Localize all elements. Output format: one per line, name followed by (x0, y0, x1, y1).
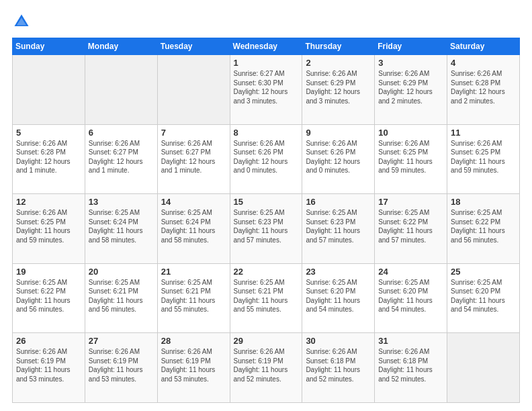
day-info: Sunrise: 6:26 AM Sunset: 6:18 PM Dayligh… (378, 347, 443, 383)
day-info: Sunrise: 6:26 AM Sunset: 6:27 PM Dayligh… (161, 139, 226, 175)
day-info: Sunrise: 6:25 AM Sunset: 6:21 PM Dayligh… (89, 278, 154, 314)
day-info: Sunrise: 6:26 AM Sunset: 6:29 PM Dayligh… (378, 69, 443, 105)
day-info: Sunrise: 6:25 AM Sunset: 6:22 PM Dayligh… (16, 278, 81, 314)
day-number: 18 (451, 197, 516, 207)
day-info: Sunrise: 6:25 AM Sunset: 6:20 PM Dayligh… (378, 278, 443, 314)
weekday-header-row: SundayMondayTuesdayWednesdayThursdayFrid… (13, 38, 520, 55)
day-number: 9 (306, 128, 371, 138)
calendar-cell: 20Sunrise: 6:25 AM Sunset: 6:21 PM Dayli… (85, 263, 157, 333)
calendar-cell: 12Sunrise: 6:26 AM Sunset: 6:25 PM Dayli… (13, 194, 85, 264)
day-info: Sunrise: 6:25 AM Sunset: 6:22 PM Dayligh… (451, 208, 516, 244)
calendar-cell: 29Sunrise: 6:26 AM Sunset: 6:19 PM Dayli… (230, 333, 302, 403)
calendar-cell: 2Sunrise: 6:26 AM Sunset: 6:29 PM Daylig… (302, 55, 375, 125)
day-info: Sunrise: 6:25 AM Sunset: 6:24 PM Dayligh… (89, 208, 154, 244)
day-number: 3 (378, 58, 443, 68)
calendar-cell: 23Sunrise: 6:25 AM Sunset: 6:20 PM Dayli… (302, 263, 375, 333)
day-info: Sunrise: 6:25 AM Sunset: 6:20 PM Dayligh… (451, 278, 516, 314)
calendar-cell: 3Sunrise: 6:26 AM Sunset: 6:29 PM Daylig… (375, 55, 447, 125)
day-info: Sunrise: 6:27 AM Sunset: 6:30 PM Dayligh… (234, 69, 299, 105)
calendar-table: SundayMondayTuesdayWednesdayThursdayFrid… (12, 38, 520, 403)
day-number: 28 (161, 336, 226, 346)
week-row-3: 12Sunrise: 6:26 AM Sunset: 6:25 PM Dayli… (13, 194, 520, 264)
week-row-2: 5Sunrise: 6:26 AM Sunset: 6:28 PM Daylig… (13, 124, 520, 194)
calendar-cell: 7Sunrise: 6:26 AM Sunset: 6:27 PM Daylig… (157, 124, 230, 194)
calendar-cell (447, 333, 520, 403)
day-number: 15 (234, 197, 299, 207)
day-info: Sunrise: 6:26 AM Sunset: 6:19 PM Dayligh… (89, 347, 154, 383)
calendar-cell: 4Sunrise: 6:26 AM Sunset: 6:28 PM Daylig… (447, 55, 520, 125)
day-info: Sunrise: 6:25 AM Sunset: 6:24 PM Dayligh… (161, 208, 226, 244)
weekday-sunday: Sunday (13, 38, 85, 55)
day-number: 19 (16, 267, 81, 277)
day-number: 6 (89, 128, 154, 138)
day-number: 29 (234, 336, 299, 346)
day-info: Sunrise: 6:26 AM Sunset: 6:28 PM Dayligh… (451, 69, 516, 105)
page: SundayMondayTuesdayWednesdayThursdayFrid… (0, 0, 532, 411)
week-row-5: 26Sunrise: 6:26 AM Sunset: 6:19 PM Dayli… (13, 333, 520, 403)
day-info: Sunrise: 6:26 AM Sunset: 6:19 PM Dayligh… (16, 347, 81, 383)
calendar-cell: 5Sunrise: 6:26 AM Sunset: 6:28 PM Daylig… (13, 124, 85, 194)
calendar-cell: 25Sunrise: 6:25 AM Sunset: 6:20 PM Dayli… (447, 263, 520, 333)
calendar-cell: 14Sunrise: 6:25 AM Sunset: 6:24 PM Dayli… (157, 194, 230, 264)
day-info: Sunrise: 6:25 AM Sunset: 6:22 PM Dayligh… (378, 208, 443, 244)
calendar-cell (85, 55, 157, 125)
day-number: 21 (161, 267, 226, 277)
calendar-cell: 9Sunrise: 6:26 AM Sunset: 6:26 PM Daylig… (302, 124, 375, 194)
day-number: 14 (161, 197, 226, 207)
week-row-1: 1Sunrise: 6:27 AM Sunset: 6:30 PM Daylig… (13, 55, 520, 125)
day-number: 24 (378, 267, 443, 277)
day-info: Sunrise: 6:26 AM Sunset: 6:25 PM Dayligh… (16, 208, 81, 244)
calendar-cell: 27Sunrise: 6:26 AM Sunset: 6:19 PM Dayli… (85, 333, 157, 403)
day-number: 13 (89, 197, 154, 207)
day-number: 4 (451, 58, 516, 68)
weekday-wednesday: Wednesday (230, 38, 302, 55)
calendar-cell: 6Sunrise: 6:26 AM Sunset: 6:27 PM Daylig… (85, 124, 157, 194)
calendar-cell: 28Sunrise: 6:26 AM Sunset: 6:19 PM Dayli… (157, 333, 230, 403)
calendar-cell: 8Sunrise: 6:26 AM Sunset: 6:26 PM Daylig… (230, 124, 302, 194)
calendar-cell: 1Sunrise: 6:27 AM Sunset: 6:30 PM Daylig… (230, 55, 302, 125)
calendar-cell: 13Sunrise: 6:25 AM Sunset: 6:24 PM Dayli… (85, 194, 157, 264)
day-number: 20 (89, 267, 154, 277)
weekday-saturday: Saturday (447, 38, 520, 55)
calendar-cell: 10Sunrise: 6:26 AM Sunset: 6:25 PM Dayli… (375, 124, 447, 194)
calendar-cell: 31Sunrise: 6:26 AM Sunset: 6:18 PM Dayli… (375, 333, 447, 403)
calendar-cell: 18Sunrise: 6:25 AM Sunset: 6:22 PM Dayli… (447, 194, 520, 264)
day-number: 1 (234, 58, 299, 68)
calendar-cell: 21Sunrise: 6:25 AM Sunset: 6:21 PM Dayli… (157, 263, 230, 333)
day-number: 16 (306, 197, 371, 207)
day-info: Sunrise: 6:26 AM Sunset: 6:25 PM Dayligh… (451, 139, 516, 175)
weekday-monday: Monday (85, 38, 157, 55)
day-info: Sunrise: 6:26 AM Sunset: 6:26 PM Dayligh… (306, 139, 371, 175)
day-number: 12 (16, 197, 81, 207)
day-number: 25 (451, 267, 516, 277)
calendar-body: 1Sunrise: 6:27 AM Sunset: 6:30 PM Daylig… (13, 55, 520, 403)
day-info: Sunrise: 6:26 AM Sunset: 6:25 PM Dayligh… (378, 139, 443, 175)
day-number: 8 (234, 128, 299, 138)
day-number: 27 (89, 336, 154, 346)
calendar-cell (157, 55, 230, 125)
day-info: Sunrise: 6:26 AM Sunset: 6:18 PM Dayligh… (306, 347, 371, 383)
day-info: Sunrise: 6:26 AM Sunset: 6:26 PM Dayligh… (234, 139, 299, 175)
day-number: 30 (306, 336, 371, 346)
day-number: 2 (306, 58, 371, 68)
day-number: 31 (378, 336, 443, 346)
calendar-cell: 16Sunrise: 6:25 AM Sunset: 6:23 PM Dayli… (302, 194, 375, 264)
header (12, 12, 520, 31)
calendar-cell: 17Sunrise: 6:25 AM Sunset: 6:22 PM Dayli… (375, 194, 447, 264)
day-info: Sunrise: 6:26 AM Sunset: 6:19 PM Dayligh… (234, 347, 299, 383)
calendar-cell: 19Sunrise: 6:25 AM Sunset: 6:22 PM Dayli… (13, 263, 85, 333)
day-info: Sunrise: 6:26 AM Sunset: 6:27 PM Dayligh… (89, 139, 154, 175)
day-number: 10 (378, 128, 443, 138)
weekday-thursday: Thursday (302, 38, 375, 55)
day-info: Sunrise: 6:25 AM Sunset: 6:20 PM Dayligh… (306, 278, 371, 314)
day-info: Sunrise: 6:26 AM Sunset: 6:19 PM Dayligh… (161, 347, 226, 383)
calendar-cell: 24Sunrise: 6:25 AM Sunset: 6:20 PM Dayli… (375, 263, 447, 333)
calendar-cell: 26Sunrise: 6:26 AM Sunset: 6:19 PM Dayli… (13, 333, 85, 403)
calendar-cell: 22Sunrise: 6:25 AM Sunset: 6:21 PM Dayli… (230, 263, 302, 333)
day-info: Sunrise: 6:25 AM Sunset: 6:21 PM Dayligh… (234, 278, 299, 314)
calendar-cell: 15Sunrise: 6:25 AM Sunset: 6:23 PM Dayli… (230, 194, 302, 264)
day-number: 26 (16, 336, 81, 346)
logo (12, 12, 34, 31)
weekday-friday: Friday (375, 38, 447, 55)
day-number: 17 (378, 197, 443, 207)
